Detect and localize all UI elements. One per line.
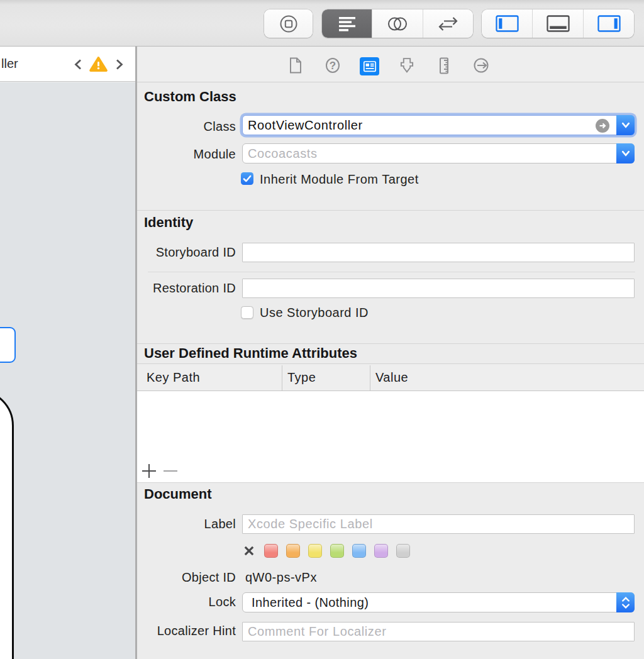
editor-mode-segmented-control bbox=[322, 9, 473, 38]
column-type: Type bbox=[287, 370, 316, 385]
section-separator bbox=[137, 343, 644, 344]
toggle-navigator-button[interactable] bbox=[482, 9, 532, 38]
class-combo-field bbox=[242, 115, 635, 135]
panel-toggles-group bbox=[482, 9, 634, 38]
toggle-inspectors-button[interactable] bbox=[583, 9, 634, 38]
runtime-attributes-table-body[interactable] bbox=[137, 391, 644, 482]
jump-bar: ller bbox=[0, 47, 135, 82]
section-title-identity: Identity bbox=[144, 214, 193, 231]
module-label: Module bbox=[137, 147, 236, 162]
inspector-panel: ? bbox=[137, 47, 644, 659]
lock-popup[interactable]: Inherited - (Nothing) bbox=[242, 592, 635, 612]
previous-issue-icon[interactable] bbox=[73, 58, 84, 70]
jump-bar-item[interactable]: ller bbox=[1, 57, 18, 71]
color-swatch-orange[interactable] bbox=[286, 544, 300, 558]
restoration-id-input[interactable] bbox=[242, 279, 635, 298]
checkmark-icon bbox=[241, 172, 253, 185]
standard-editor-segment[interactable] bbox=[322, 9, 372, 38]
svg-text:?: ? bbox=[330, 60, 336, 72]
section-title-document: Document bbox=[144, 486, 212, 502]
use-storyboard-id-checkbox[interactable] bbox=[241, 306, 253, 319]
quick-help-icon: ? bbox=[325, 57, 340, 74]
standard-editor-button[interactable] bbox=[264, 9, 313, 38]
column-divider bbox=[370, 365, 370, 390]
runtime-attributes-table-header: Key Path Type Value bbox=[137, 363, 644, 391]
tab-connections-inspector[interactable] bbox=[470, 55, 492, 75]
restoration-id-label: Restoration ID bbox=[137, 280, 236, 296]
warning-icon[interactable] bbox=[89, 57, 108, 72]
class-dropdown-button[interactable] bbox=[616, 115, 635, 135]
column-value: Value bbox=[375, 370, 408, 385]
localizer-hint-label: Localizer Hint bbox=[137, 623, 236, 638]
size-ruler-icon bbox=[438, 57, 450, 74]
tab-file[interactable] bbox=[285, 55, 306, 75]
color-swatch-green[interactable] bbox=[330, 544, 344, 558]
tab-quick-help[interactable]: ? bbox=[322, 55, 343, 75]
toolbar bbox=[0, 0, 644, 47]
tab-identity-inspector[interactable] bbox=[360, 57, 379, 75]
selected-view-fragment[interactable] bbox=[0, 327, 16, 363]
jump-to-class-button[interactable] bbox=[596, 119, 609, 133]
double-arrow-icon bbox=[438, 16, 458, 32]
storyboard-id-input[interactable] bbox=[242, 243, 635, 262]
label-label: Label bbox=[137, 516, 236, 531]
inspector-tab-bar: ? bbox=[137, 47, 644, 82]
bottom-panel-icon bbox=[547, 15, 570, 32]
use-storyboard-id-label: Use Storyboard ID bbox=[260, 305, 369, 320]
chevron-down-icon bbox=[621, 150, 630, 157]
remove-attribute-button[interactable] bbox=[163, 463, 178, 479]
assistant-editor-segment[interactable] bbox=[372, 9, 422, 38]
section-separator bbox=[137, 482, 644, 483]
class-label: Class bbox=[137, 119, 236, 134]
module-combo-field bbox=[242, 143, 635, 163]
section-title-custom-class: Custom Class bbox=[144, 89, 236, 105]
overlapping-circles-icon bbox=[387, 16, 408, 32]
lock-label: Lock bbox=[137, 594, 236, 609]
class-input[interactable] bbox=[243, 116, 595, 135]
text-lines-icon bbox=[339, 16, 355, 31]
chevron-down-icon bbox=[621, 122, 630, 128]
color-none-button[interactable] bbox=[243, 545, 255, 557]
identity-icon bbox=[362, 60, 377, 74]
inherit-module-label: Inherit Module From Target bbox=[260, 172, 419, 187]
color-swatch-purple[interactable] bbox=[374, 544, 388, 558]
color-swatch-red[interactable] bbox=[264, 544, 278, 558]
storyboard-canvas[interactable] bbox=[0, 82, 135, 659]
section-separator bbox=[137, 210, 644, 211]
next-issue-icon[interactable] bbox=[114, 58, 125, 70]
lock-stepper-button[interactable] bbox=[616, 592, 635, 612]
document-label-input[interactable] bbox=[242, 514, 635, 534]
color-swatch-gray[interactable] bbox=[396, 544, 410, 558]
xcode-window: ller bbox=[0, 0, 644, 659]
tab-size-inspector[interactable] bbox=[433, 55, 455, 75]
toggle-debug-area-button[interactable] bbox=[532, 9, 583, 38]
add-attribute-button[interactable] bbox=[142, 463, 157, 479]
inherit-module-checkbox[interactable] bbox=[241, 172, 253, 185]
object-id-value: qW0-ps-vPx bbox=[245, 570, 317, 585]
row-separator bbox=[148, 272, 635, 272]
up-down-chevrons-icon bbox=[621, 597, 630, 609]
scene-fragment[interactable] bbox=[0, 389, 14, 659]
color-swatch-yellow[interactable] bbox=[308, 544, 322, 558]
storyboard-id-label: Storyboard ID bbox=[137, 245, 236, 260]
tab-attributes-inspector[interactable] bbox=[396, 55, 418, 75]
connections-icon bbox=[473, 57, 489, 74]
lock-value: Inherited - (Nothing) bbox=[252, 595, 369, 610]
right-panel-icon bbox=[597, 15, 621, 32]
module-input[interactable] bbox=[243, 144, 595, 163]
color-swatch-blue[interactable] bbox=[352, 544, 366, 558]
file-icon bbox=[289, 57, 303, 74]
localizer-hint-input[interactable] bbox=[242, 622, 635, 641]
attributes-icon bbox=[398, 57, 416, 74]
column-key-path: Key Path bbox=[147, 370, 200, 385]
section-title-runtime-attributes: User Defined Runtime Attributes bbox=[144, 345, 357, 362]
left-panel-icon bbox=[496, 15, 519, 32]
module-dropdown-button[interactable] bbox=[616, 143, 635, 163]
arrow-right-icon bbox=[598, 121, 607, 130]
identity-inspector-content: Custom Class Class Module bbox=[137, 83, 644, 659]
version-editor-segment[interactable] bbox=[423, 9, 473, 38]
object-id-label: Object ID bbox=[137, 570, 236, 585]
square-in-circle-icon bbox=[264, 9, 313, 38]
column-divider bbox=[282, 365, 282, 390]
